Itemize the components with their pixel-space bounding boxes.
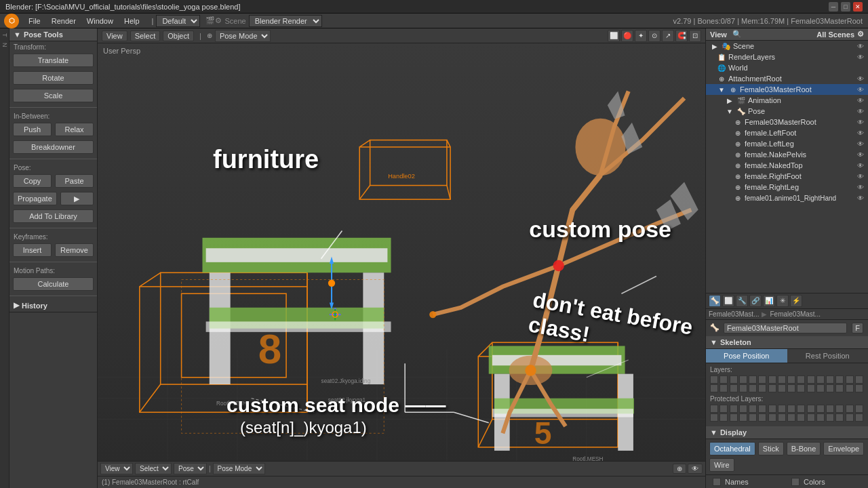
copy-button[interactable]: Copy [13,174,52,188]
view-menu[interactable]: View [102,30,127,41]
player-18[interactable] [730,413,738,422]
player-30[interactable] [846,413,854,422]
player-28[interactable] [826,413,834,422]
pose-mode-bottom-select[interactable]: Pose Mode [213,463,265,474]
view-mode-btn[interactable]: ⬜ [608,30,620,42]
layer-3[interactable] [739,375,747,384]
props-tab[interactable]: N [1,41,9,49]
player-31[interactable] [855,413,863,422]
player-12[interactable] [826,405,834,413]
player-8[interactable] [787,405,795,413]
layer-21[interactable] [758,384,766,392]
remove-button[interactable]: Remove [55,243,94,257]
breakdowner-button[interactable]: Breakdowner [13,140,94,154]
layer-26[interactable] [807,384,815,392]
outliner-renderlayers[interactable]: 📋 RenderLayers 👁 [706,52,868,62]
outliner-attachmentroot[interactable]: ⊕ AttachmentRoot 👁 [706,73,868,84]
pose-select[interactable]: Pose [174,463,207,474]
layer-22[interactable] [768,384,776,392]
outliner-righthand[interactable]: ⊕ female01.anime01_RightHand 👁 [706,192,868,203]
player-4[interactable] [749,405,757,413]
outliner-rightfoot[interactable]: ⊕ female.RightFoot 👁 [706,171,868,182]
layer-10[interactable] [807,375,815,384]
viewport-canvas[interactable]: User Persp [98,43,705,488]
insert-button[interactable]: Insert [13,243,52,257]
display-header[interactable]: ▼ Display [706,426,868,439]
armature-breadcrumb-1[interactable]: Female03Mast... [709,310,759,318]
add-to-library-button[interactable]: Add To Library [13,209,94,223]
push-button[interactable]: Push [13,123,52,136]
menu-render[interactable]: Render [46,14,81,28]
layer-4[interactable] [749,375,757,384]
minimize-button[interactable]: ─ [829,2,838,12]
layer-0[interactable] [710,375,718,384]
physics-icon[interactable]: ⚡ [790,295,802,307]
layer-28[interactable] [826,384,834,392]
layer-27[interactable] [816,384,825,392]
view-tab[interactable]: View [710,30,727,39]
player-27[interactable] [816,413,825,422]
engine-select[interactable]: Blender Render [249,15,322,27]
menu-window[interactable]: Window [81,14,119,28]
layer-12[interactable] [826,375,834,384]
layer-7[interactable] [778,375,786,384]
layer-9[interactable] [797,375,805,384]
constraints-icon[interactable]: 🔗 [749,295,762,307]
outliner-world[interactable]: 🌐 World [706,62,868,73]
layer-6[interactable] [768,375,776,384]
layer-14[interactable] [846,375,854,384]
player-11[interactable] [816,405,825,413]
pose-tools-header[interactable]: ▼ Pose Tools [9,28,97,41]
layer-8[interactable] [787,375,795,384]
search-icon[interactable]: 🔍 [732,30,742,39]
paste-button[interactable]: Paste [55,174,94,188]
layer-11[interactable] [816,375,825,384]
object-menu[interactable]: Object [163,30,194,41]
layer-25[interactable] [797,384,805,392]
player-21[interactable] [758,413,766,422]
player-14[interactable] [846,405,854,413]
octahedral-btn[interactable]: Octahedral [709,442,755,455]
propagate-menu-button[interactable]: ▶ [60,192,94,205]
outliner-scene[interactable]: ▶ 🎭 Scene 👁 [706,41,868,52]
armature-data-icon[interactable]: 🦴 [709,295,721,307]
viewport[interactable]: View Select Object | ⊕ Pose Mode ⬜ 🔴 ✦ ⊙… [98,28,705,488]
player-1[interactable] [719,405,728,413]
object-icon[interactable]: ⬜ [722,295,734,307]
outliner-leftleg[interactable]: ⊕ female.LeftLeg 👁 [706,138,868,149]
outliner-settings[interactable]: ⚙ [857,30,864,39]
player-17[interactable] [719,413,728,422]
stick-btn[interactable]: Stick [758,442,784,455]
player-9[interactable] [797,405,805,413]
history-header[interactable]: ▶ History [9,299,97,312]
outliner-nakedtop[interactable]: ⊕ female.NakedTop 👁 [706,160,868,171]
select-select[interactable]: Select [135,463,172,474]
bbone-btn[interactable]: B-Bone [787,442,821,455]
outliner-pose[interactable]: ▼ 🦴 Pose 👁 [706,106,868,117]
envelope-btn[interactable]: Envelope [823,442,864,455]
outliner-nakepelvis[interactable]: ⊕ female.NakePelvis 👁 [706,149,868,160]
relax-button[interactable]: Relax [55,123,94,136]
eye-icon[interactable]: 👁 [857,43,864,50]
player-10[interactable] [807,405,815,413]
player-3[interactable] [739,405,747,413]
player-0[interactable] [710,405,718,413]
wire-btn[interactable]: Wire [709,458,734,472]
rest-position-tab[interactable]: Rest Position [787,349,869,363]
layer-23[interactable] [778,384,786,392]
pose-position-tab[interactable]: Pose Position [706,349,787,363]
layer-31[interactable] [855,384,863,392]
player-19[interactable] [739,413,747,422]
layer-15[interactable] [855,375,863,384]
view-type-btn[interactable]: 👁 [688,464,703,474]
data-icon[interactable]: 📊 [763,295,775,307]
armature-breadcrumb-2[interactable]: Female03Mast... [770,310,820,318]
layer-2[interactable] [730,375,738,384]
propagate-button[interactable]: Propagate [13,192,57,205]
modifiers-icon[interactable]: 🔧 [736,295,748,307]
close-button[interactable]: ✕ [853,2,863,12]
layer-24[interactable] [787,384,795,392]
layer-18[interactable] [730,384,738,392]
colors-checkbox[interactable] [791,478,800,486]
player-13[interactable] [835,405,844,413]
